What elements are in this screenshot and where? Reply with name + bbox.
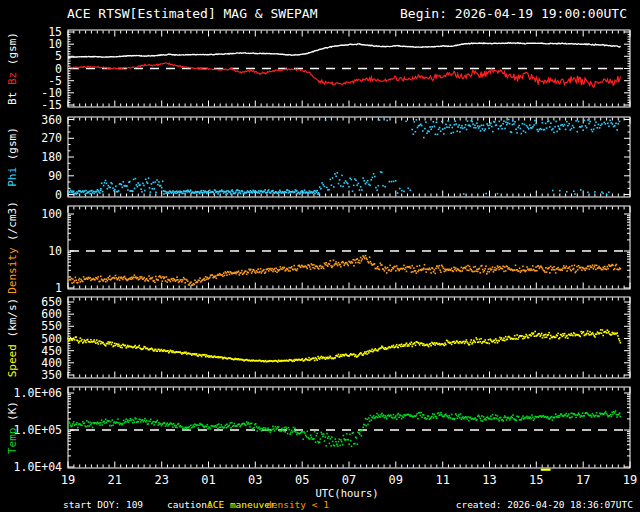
xtick-label: 01 <box>201 473 215 487</box>
ytick-label-phi: 270 <box>41 131 62 145</box>
xtick-label: 05 <box>295 473 309 487</box>
xtick-label: 13 <box>482 473 496 487</box>
xtick-label: 11 <box>435 473 449 487</box>
ytick-label-phi: 180 <box>41 150 62 164</box>
series-Bt <box>68 43 621 58</box>
ytick-label-mag: -15 <box>41 98 62 112</box>
ytick-label-density: 1 <box>55 281 62 295</box>
ytick-label-phi: 90 <box>48 169 62 183</box>
rtsw-plot-canvas: 151050-5-10-15Bt Bz (gsm)360270180900Phi… <box>0 0 640 512</box>
ytick-label-density: 10 <box>48 244 62 258</box>
ytick-label-temp: 1.0E+06 <box>14 386 63 400</box>
caution-density-label: density < 1 <box>266 500 329 510</box>
xtick-label: 19 <box>61 473 75 487</box>
panel-density-frame <box>68 206 630 289</box>
xtick-label: 09 <box>389 473 403 487</box>
ylabel-temp: Temp (K) <box>6 401 19 454</box>
created-timestamp: created: 2026-04-20 18:36:07UTC <box>456 500 633 510</box>
ytick-label-phi: 0 <box>55 188 62 202</box>
xtick-label: 19 <box>623 473 637 487</box>
series-Speed <box>67 329 621 363</box>
panel-phi: 360270180900Phi (gsm) <box>6 113 630 202</box>
start-doy-label: start DOY: 109 <box>63 500 143 510</box>
panel-speed: 650600550500450400350Speed (km/s) <box>6 295 630 382</box>
ytick-label-temp: 1.0E+04 <box>14 460 63 474</box>
ytick-label-phi: 360 <box>41 113 62 127</box>
maneuver-time-marker <box>541 469 551 471</box>
panel-phi-frame <box>68 117 630 197</box>
ylabel-mag: Bt Bz (gsm) <box>6 32 19 105</box>
panel-mag: 151050-5-10-15Bt Bz (gsm) <box>6 25 630 112</box>
ylabel-speed: Speed (km/s) <box>6 298 19 378</box>
caution-label: caution: <box>167 500 213 510</box>
series-Phi <box>67 119 620 196</box>
xtick-label: 17 <box>576 473 590 487</box>
panel-temp: 1.0E+061.0E+051.0E+04Temp (K) <box>6 386 630 474</box>
panel-density: 100101Density (/cm3) <box>6 201 630 295</box>
xtick-label: 21 <box>108 473 122 487</box>
xtick-label: 15 <box>529 473 543 487</box>
xtick-label: 03 <box>248 473 262 487</box>
ylabel-phi: Phi (gsm) <box>6 127 19 187</box>
series-Temp <box>67 410 621 447</box>
ytick-label-temp: 1.0E+05 <box>14 423 62 437</box>
xaxis-title: UTC(hours) <box>315 488 378 499</box>
ytick-label-speed: 350 <box>41 368 62 382</box>
xtick-label: 23 <box>154 473 168 487</box>
series-Density <box>67 255 621 286</box>
xtick-label: 07 <box>342 473 356 487</box>
panel-temp-frame <box>68 387 630 468</box>
series-Bz <box>68 63 621 87</box>
ace-rtsw-screen: ACE RTSW[Estimated] MAG & SWEPAM Begin: … <box>0 0 640 512</box>
ylabel-density: Density (/cm3) <box>6 201 19 294</box>
ytick-label-density: 100 <box>41 207 62 221</box>
